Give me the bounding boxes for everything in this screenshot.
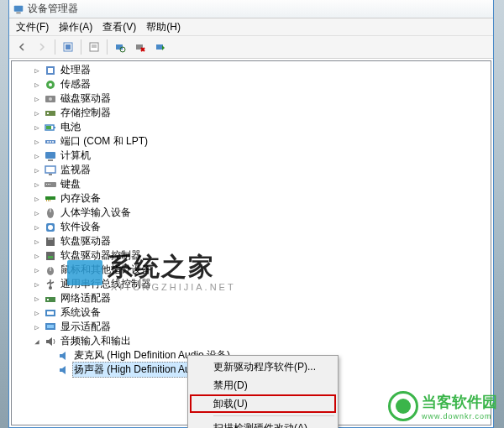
tree-item[interactable]: ▷显示适配器 [12, 320, 491, 334]
tree-item[interactable]: ▷人体学输入设备 [12, 206, 491, 220]
tree-item[interactable]: ▷通用串行总线控制器 [12, 277, 491, 291]
svg-rect-3 [66, 44, 71, 50]
menubar: 文件(F) 操作(A) 查看(V) 帮助(H) [9, 18, 493, 35]
expander-icon[interactable]: ▷ [32, 208, 42, 218]
expander-icon[interactable]: ▷ [32, 222, 42, 232]
tree-item-label: 内存设备 [60, 191, 101, 206]
expander-icon[interactable]: ▷ [32, 194, 42, 204]
window-title: 设备管理器 [28, 2, 78, 16]
svg-rect-12 [48, 68, 53, 73]
tree-item[interactable]: ▷计算机 [12, 149, 491, 163]
tree-item[interactable]: ▷鼠标和其他指针设备 [12, 263, 491, 277]
tree-item[interactable]: ▷电池 [12, 120, 491, 134]
expander-icon[interactable]: ▷ [32, 108, 42, 118]
tree-item-label: 磁盘驱动器 [60, 91, 111, 106]
svg-rect-21 [46, 126, 51, 129]
menu-help[interactable]: 帮助(H) [141, 18, 186, 36]
svg-rect-51 [47, 299, 49, 300]
menu-action[interactable]: 操作(A) [54, 18, 97, 36]
tree-item-label: 端口 (COM 和 LPT) [60, 134, 148, 149]
display-icon [44, 321, 57, 334]
downkr-logo-icon [388, 391, 418, 421]
svg-rect-43 [48, 237, 53, 240]
tree-item[interactable]: ▷系统设备 [12, 305, 491, 320]
enable-button[interactable] [151, 38, 170, 56]
expander-icon[interactable]: ▷ [32, 237, 42, 247]
hid-icon [44, 206, 57, 220]
expander-icon[interactable]: ▷ [32, 94, 42, 104]
expander-icon[interactable]: ▷ [32, 265, 42, 275]
expander-icon[interactable]: ▷ [32, 165, 42, 175]
tree-item-label: 键盘 [60, 177, 81, 191]
tree-item[interactable]: ▷处理器 [12, 63, 491, 77]
context-menu-item[interactable]: 扫描检测硬件改动(A) [190, 419, 336, 428]
expander-icon[interactable]: ▷ [32, 279, 42, 290]
menu-view[interactable]: 查看(V) [97, 18, 141, 36]
floppy-ctrl-icon [44, 249, 57, 263]
expander-icon[interactable]: ▷ [32, 123, 42, 133]
tree-item[interactable]: ▷网络适配器 [12, 291, 491, 305]
svg-rect-37 [50, 200, 50, 201]
expander-icon[interactable]: ▷ [32, 65, 42, 76]
tree-item-label: 系统设备 [60, 305, 101, 320]
expander-icon[interactable]: ▷ [32, 151, 42, 161]
tree-item[interactable]: ▷磁盘驱动器 [12, 91, 491, 106]
svg-point-14 [49, 83, 52, 86]
titlebar: 设备管理器 [9, 0, 493, 18]
port-icon [44, 135, 57, 149]
svg-rect-20 [54, 127, 55, 128]
tree-item-label: 处理器 [60, 63, 91, 77]
menu-file[interactable]: 文件(F) [11, 18, 54, 36]
svg-rect-26 [45, 152, 55, 159]
tree-item[interactable]: ▷内存设备 [12, 191, 491, 206]
disk-icon [44, 92, 57, 106]
expander-icon[interactable]: ▷ [32, 80, 42, 90]
nav-forward-button[interactable] [33, 38, 51, 56]
tree-item[interactable]: ▷软件设备 [12, 220, 491, 234]
software-icon [44, 221, 57, 234]
svg-rect-45 [48, 256, 53, 258]
tree-item-label: 软盘驱动器 [60, 234, 111, 248]
svg-rect-35 [46, 200, 47, 201]
expander-icon[interactable]: ▷ [32, 322, 42, 332]
scan-hardware-button[interactable] [111, 38, 129, 56]
audio-icon [44, 335, 57, 348]
speaker-icon [57, 363, 71, 377]
context-menu-item[interactable]: 卸载(U) [190, 394, 336, 413]
tree-item[interactable]: ▷监视器 [12, 163, 491, 177]
downkr-badge: 当客软件园 www.downkr.com [388, 391, 497, 421]
network-icon [44, 292, 57, 305]
tree-item-label: 软盘驱动器控制器 [60, 248, 141, 263]
tree-item[interactable]: ▷键盘 [12, 177, 491, 191]
uninstall-button[interactable] [131, 38, 150, 56]
properties-button[interactable] [85, 38, 103, 56]
expander-icon[interactable]: ▷ [32, 251, 42, 261]
svg-rect-10 [156, 44, 163, 50]
speaker-icon [57, 349, 71, 363]
usb-icon [44, 278, 57, 291]
tree-item[interactable]: ▷软盘驱动器控制器 [12, 248, 491, 263]
menu-separator [213, 415, 334, 416]
svg-rect-31 [46, 184, 47, 185]
show-hidden-button[interactable] [59, 38, 77, 56]
svg-point-16 [49, 97, 52, 101]
expander-icon[interactable]: ▷ [32, 294, 42, 304]
monitor-icon [44, 164, 57, 177]
tree-item[interactable]: ▷存储控制器 [12, 106, 491, 120]
expander-icon[interactable]: ◢ [32, 337, 42, 347]
system-icon [44, 306, 57, 320]
tree-item[interactable]: ▷软盘驱动器 [12, 234, 491, 248]
tree-item[interactable]: ▷传感器 [12, 77, 491, 91]
expander-icon[interactable]: ▷ [32, 180, 42, 190]
tree-item-label: 计算机 [60, 149, 91, 163]
keyboard-icon [44, 178, 57, 191]
tree-item-audio[interactable]: ◢音频输入和输出 [12, 334, 491, 348]
context-menu-item[interactable]: 更新驱动程序软件(P)... [190, 358, 336, 376]
toolbar [9, 35, 493, 59]
expander-icon[interactable]: ▷ [32, 137, 42, 147]
svg-rect-36 [48, 200, 49, 201]
nav-back-button[interactable] [13, 38, 31, 56]
context-menu-item[interactable]: 禁用(D) [190, 376, 336, 394]
expander-icon[interactable]: ▷ [32, 308, 42, 318]
tree-item[interactable]: ▷端口 (COM 和 LPT) [12, 134, 491, 149]
